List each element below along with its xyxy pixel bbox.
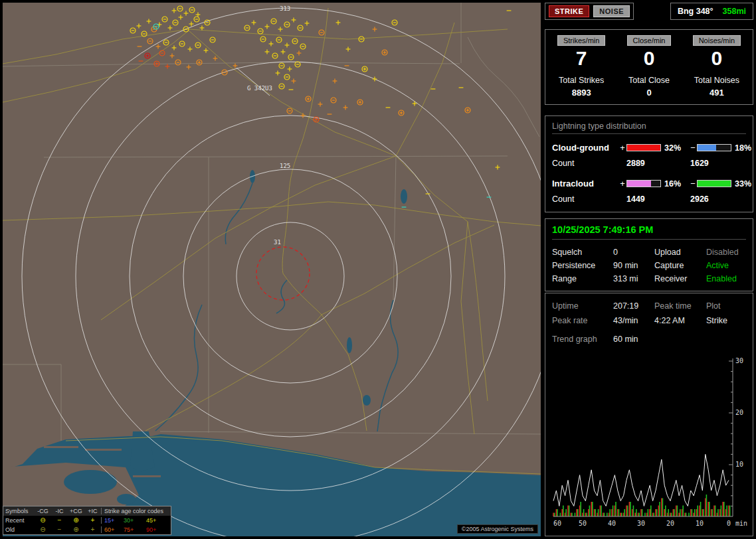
- age-15: 15+: [101, 517, 124, 524]
- svg-text:G 342U3: G 342U3: [247, 85, 272, 92]
- cloud-ground-counts: Count 2889 1629: [552, 156, 746, 171]
- minus-icon: −: [51, 526, 68, 533]
- plot-value: Strike: [706, 316, 746, 325]
- minus-sign: −: [689, 179, 697, 189]
- svg-text:50: 50: [579, 520, 587, 527]
- age-30: 30+: [124, 517, 146, 524]
- peak-time-label: Peak time: [654, 301, 706, 311]
- minus-sign: −: [689, 143, 697, 153]
- intracloud-label: Intracloud: [552, 179, 618, 189]
- cg-positive-pct: 32%: [661, 143, 689, 153]
- circle-minus-icon: ⊖: [35, 526, 51, 533]
- legend-col-neg-ic: -IC: [51, 508, 68, 514]
- svg-text:40: 40: [608, 520, 616, 527]
- plus-sign: +: [618, 179, 626, 189]
- ic-positive-count: 1449: [626, 194, 690, 204]
- status-panel: 10/25/2025 7:49:16 PM Squelch 0 Upload D…: [545, 218, 753, 291]
- age-60: 60+: [101, 526, 124, 533]
- status-row: Persistence 90 min Capture Active: [552, 259, 746, 272]
- svg-text:125: 125: [280, 163, 290, 169]
- circle-plus-icon: ⊕: [68, 517, 84, 524]
- svg-text:0: 0: [727, 520, 731, 527]
- stat-col-close: Close/min 0 Total Close 0: [616, 35, 682, 98]
- map-area[interactable]: 12531331G 342U3 Symbols -CG -IC +CG +IC …: [3, 3, 541, 536]
- performance-panel: Uptime 207:19 Peak time Plot Peak rate 4…: [545, 293, 753, 537]
- distribution-panel: Lightning type distribution Cloud-ground…: [545, 116, 753, 212]
- plot-label: Plot: [706, 301, 746, 311]
- distribution-title: Lightning type distribution: [552, 121, 746, 134]
- sidebar: STRIKE NOISE Bng 348° 358mi Strikes/min …: [545, 3, 753, 536]
- svg-text:10: 10: [696, 520, 704, 527]
- noises-per-min-button[interactable]: Noises/min: [693, 35, 741, 46]
- range-value: 313 mi: [613, 274, 654, 283]
- squelch-value: 0: [613, 248, 654, 257]
- stat-col-strikes: Strikes/min 7 Total Strikes 8893: [548, 35, 614, 98]
- strikes-per-min-button[interactable]: Strikes/min: [557, 35, 605, 46]
- age-75: 75+: [124, 526, 146, 533]
- ic-positive-pct: 16%: [661, 179, 689, 189]
- range-label: Range: [552, 274, 613, 283]
- circle-plus-icon: ⊕: [68, 526, 84, 533]
- svg-text:20: 20: [735, 409, 743, 416]
- ic-negative-bar: [697, 180, 731, 187]
- bearing-value: Bng 348°: [678, 7, 713, 16]
- svg-text:30: 30: [735, 357, 743, 364]
- cloud-ground-label: Cloud-ground: [552, 143, 618, 153]
- trend-graph-label: Trend graph: [552, 335, 613, 344]
- total-close-value: 0: [646, 88, 651, 98]
- cg-positive-count: 2889: [626, 159, 690, 168]
- legend-header-row: Symbols -CG -IC +CG +IC Strike age color…: [3, 506, 171, 516]
- ic-negative-pct: 33%: [731, 179, 755, 189]
- strike-indicator[interactable]: STRIKE: [549, 5, 589, 17]
- total-close-label: Total Close: [628, 76, 670, 85]
- count-label: Count: [552, 194, 626, 204]
- trend-row: Trend graph 60 min: [552, 332, 746, 346]
- cg-negative-count: 1629: [690, 159, 746, 168]
- copyright-text: ©2005 Astrogenic Systems: [457, 524, 538, 534]
- legend-col-pos-cg: +CG: [68, 508, 84, 514]
- noises-per-min-value: 0: [711, 47, 723, 70]
- strike-map[interactable]: 12531331G 342U3: [3, 3, 541, 536]
- ic-negative-count: 2926: [690, 194, 746, 204]
- cg-negative-pct: 18%: [731, 143, 755, 153]
- legend-recent-row: Recent ⊖ − ⊕ + 15+ 30+ 45+: [3, 516, 171, 525]
- close-per-min-button[interactable]: Close/min: [627, 35, 672, 46]
- squelch-label: Squelch: [552, 248, 613, 257]
- svg-text:60: 60: [553, 520, 561, 527]
- upload-status: Disabled: [706, 248, 746, 257]
- indicator-lamps: STRIKE NOISE: [545, 3, 634, 20]
- upload-label: Upload: [654, 248, 706, 257]
- svg-text:313: 313: [280, 5, 290, 12]
- status-row: Range 313 mi Receiver Enabled: [552, 272, 746, 285]
- capture-label: Capture: [654, 261, 706, 270]
- bearing-distance: 358mi: [723, 7, 746, 16]
- persistence-label: Persistence: [552, 261, 613, 270]
- cloud-ground-row: Cloud-ground + 32% − 18%: [552, 140, 746, 156]
- total-noises-label: Total Noises: [694, 76, 739, 85]
- perf-row: Uptime 207:19 Peak time Plot: [552, 299, 746, 313]
- legend-old-row: Old ⊖ − ⊕ + 60+ 75+ 90+: [3, 525, 171, 534]
- trend-window-value: 60 min: [613, 335, 746, 344]
- legend-age-header: Strike age color codes: [101, 508, 167, 514]
- total-noises-value: 491: [709, 88, 724, 98]
- symbol-legend: Symbols -CG -IC +CG +IC Strike age color…: [3, 506, 171, 535]
- age-90: 90+: [146, 526, 167, 533]
- noise-indicator[interactable]: NOISE: [593, 5, 630, 17]
- persistence-value: 90 min: [613, 261, 654, 270]
- svg-text:10: 10: [735, 461, 743, 468]
- lightning-monitor-app: 12531331G 342U3 Symbols -CG -IC +CG +IC …: [0, 0, 756, 539]
- cg-positive-bar: [626, 144, 661, 151]
- close-per-min-value: 0: [644, 47, 655, 70]
- plus-icon: +: [84, 526, 101, 533]
- capture-status: Active: [706, 261, 746, 270]
- minus-icon: −: [51, 517, 68, 524]
- peak-rate-value: 43/min: [613, 316, 654, 325]
- peak-time-value: 4:22 AM: [654, 316, 706, 325]
- total-strikes-value: 8893: [572, 88, 591, 98]
- svg-text:30: 30: [637, 520, 645, 527]
- stats-panel: Strikes/min 7 Total Strikes 8893 Close/m…: [545, 29, 753, 105]
- ic-positive-bar: [626, 180, 661, 187]
- receiver-status: Enabled: [706, 274, 746, 283]
- svg-text:31: 31: [274, 239, 281, 246]
- legend-col-neg-cg: -CG: [35, 508, 51, 514]
